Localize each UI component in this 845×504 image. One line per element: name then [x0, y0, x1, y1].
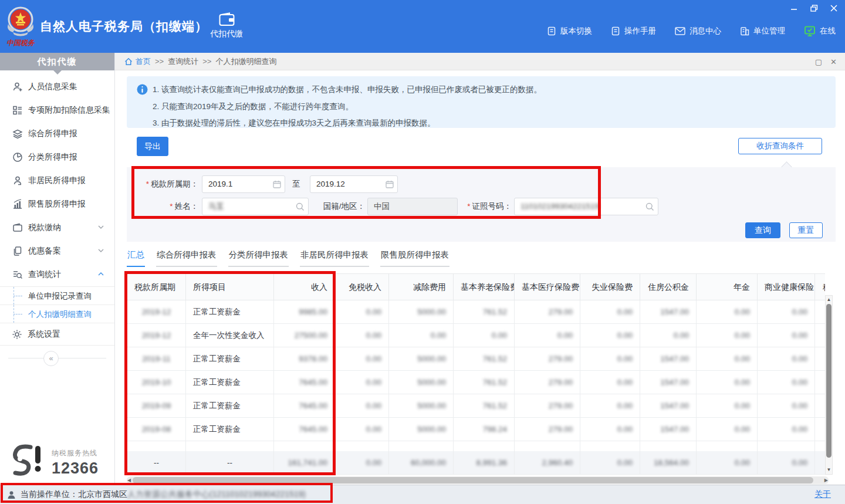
calendar-icon[interactable]	[386, 180, 394, 188]
period-label: *税款所属期：	[134, 179, 198, 190]
scroll-left-arrow[interactable]: ◀	[127, 476, 131, 484]
id-number-label: *证照号码：	[459, 201, 512, 212]
breadcrumb-separator: >>	[155, 57, 164, 66]
table-row[interactable]: 2019-09正常工资薪金7645.000.005000.00761.52279…	[127, 394, 825, 418]
horizontal-scrollbar[interactable]: ◀ ▶	[127, 476, 829, 484]
table-cell: 2019-12	[127, 324, 186, 347]
sidebar-item-system-settings[interactable]: 系统设置	[0, 323, 114, 346]
sidebar-item-comprehensive-income[interactable]: 综合所得申报	[0, 122, 114, 146]
sidebar-item-special-deduction[interactable]: 专项附加扣除信息采集	[0, 99, 114, 122]
table-cell: 279.00	[515, 300, 580, 324]
table-row[interactable]: 2019-11正常工资薪金9378.000.005000.00761.52279…	[127, 347, 825, 371]
table-cell	[454, 441, 515, 451]
table-cell: 2,960.40	[515, 451, 580, 475]
table-cell: 1547.00	[640, 394, 697, 418]
table-cell: 761.52	[454, 347, 515, 371]
vertical-scrollbar-thumb[interactable]	[826, 304, 832, 458]
period-from-input[interactable]: 2019.1	[202, 175, 285, 193]
online-monitor-icon	[804, 26, 816, 36]
table-header-cell: 住房公积金	[640, 274, 697, 300]
scroll-down-arrow[interactable]: ▼	[826, 467, 832, 473]
scroll-up-arrow[interactable]: ▲	[826, 297, 832, 303]
table-cell: ..	[186, 441, 274, 451]
calendar-icon[interactable]	[273, 180, 281, 188]
table-cell: 18,564.00	[640, 451, 697, 475]
breadcrumb-item[interactable]: 查询统计	[168, 56, 198, 67]
panel-close-icon[interactable]: ✕	[830, 57, 837, 66]
sidebar-item-label: 综合所得申报	[28, 128, 77, 139]
tab-nonresident-income[interactable]: 非居民所得申报表	[300, 249, 369, 267]
table-cell: 0.00	[697, 371, 758, 394]
sidebar-item-tax-payment[interactable]: 税款缴纳	[0, 216, 114, 239]
breadcrumb-home[interactable]: 首页	[136, 56, 151, 67]
menu-label: 在线	[820, 26, 836, 36]
notice-box: 1. 该查询统计表仅能查询已申报成功的数据，不包含未申报、申报失败，已申报但已作…	[127, 76, 836, 128]
sidebar-item-label: 优惠备案	[28, 246, 61, 256]
query-button[interactable]: 查询	[745, 222, 780, 238]
close-button[interactable]	[829, 4, 839, 13]
name-input[interactable]: 马某	[202, 198, 309, 215]
menu-label: 消息中心	[689, 26, 721, 36]
person-add-icon	[12, 82, 23, 93]
table-cell: 0.00	[580, 324, 640, 347]
sidebar-collapse-button[interactable]: «	[43, 351, 59, 366]
reset-button[interactable]: 重置	[789, 222, 823, 238]
table-cell: 9378.00	[274, 347, 335, 371]
search-icon[interactable]	[296, 202, 305, 211]
sidebar: 代扣代缴 人员信息采集 专项附加扣除信息采集 综合所得申报 分类所得申报 非居民…	[0, 53, 115, 485]
sidebar-item-nonresident-income[interactable]: 非居民所得申报	[0, 169, 114, 192]
table-row[interactable]: 2019-10正常工资薪金7645.000.005000.00761.52279…	[127, 371, 825, 394]
sidebar-subitem-personal-withholding-query[interactable]: 个人扣缴明细查询	[0, 305, 114, 323]
period-to-input[interactable]: 2019.12	[310, 175, 398, 193]
menu-message-center[interactable]: 消息中心	[675, 26, 721, 36]
sidebar-item-label: 税款缴纳	[28, 222, 61, 233]
pie-chart-icon	[12, 152, 23, 163]
about-link[interactable]: 关于	[814, 489, 831, 500]
panel-maximize-icon[interactable]: ▢	[815, 57, 822, 66]
table-row[interactable]: 2019-08正常工资薪金7645.000.005000.00798.24279…	[127, 418, 825, 441]
table-cell: 正常工资薪金	[186, 300, 274, 324]
table-cell: 正常工资薪金	[186, 418, 274, 441]
sidebar-item-label: 查询统计	[28, 269, 61, 280]
menu-online-status[interactable]: 在线	[804, 26, 836, 36]
table-cell: 0.00	[697, 394, 758, 418]
export-button[interactable]: 导出	[137, 137, 168, 156]
menu-manual[interactable]: 操作手册	[611, 26, 656, 36]
minimize-button[interactable]	[789, 4, 799, 13]
fold-query-conditions-button[interactable]: 收折查询条件	[738, 138, 822, 154]
table-cell: 2019-11	[127, 347, 186, 371]
table-row[interactable]: 2019-12全年一次性奖金收入27500.000.000.000.000.00…	[127, 324, 825, 347]
table-cell: 0.00	[515, 324, 580, 347]
tab-classified-income[interactable]: 分类所得申报表	[228, 249, 289, 267]
tab-comprehensive-income[interactable]: 综合所得申报表	[156, 249, 217, 267]
table-cell: 0.00	[697, 451, 758, 475]
sidebar-item-classified-income[interactable]: 分类所得申报	[0, 146, 114, 169]
tab-summary[interactable]: 汇总	[127, 249, 145, 267]
sidebar-subitem-unit-declaration-query[interactable]: 单位申报记录查询	[0, 287, 114, 305]
nav-tab-withholding[interactable]: 代扣代缴	[202, 12, 251, 39]
home-icon	[124, 57, 133, 66]
table-header-row: 税款所属期所得项目收入免税收入减除费用基本养老保险费基本医疗保险费失业保险费住房…	[127, 274, 825, 300]
sidebar-item-query-statistics[interactable]: 查询统计	[0, 263, 114, 286]
table-cell: 0.00	[758, 300, 815, 324]
search-icon[interactable]	[645, 202, 654, 211]
sidebar-item-restricted-shares[interactable]: 限售股所得申报	[0, 192, 114, 216]
table-cell: 761.52	[454, 394, 515, 418]
sidebar-header: 代扣代缴	[0, 53, 114, 70]
hotline-block: 纳税服务热线 12366	[8, 444, 99, 478]
table-cell: 0.00	[389, 324, 454, 347]
sidebar-item-personnel-info[interactable]: 人员信息采集	[0, 75, 114, 99]
sidebar-item-preference-filing[interactable]: 优惠备案	[0, 239, 114, 263]
vertical-scrollbar[interactable]: ▲ ▼	[825, 295, 833, 475]
table-cell	[515, 441, 580, 451]
tab-restricted-shares[interactable]: 限售股所得申报表	[380, 249, 449, 267]
table-row[interactable]: 2019-12正常工资薪金9985.000.005000.00761.52279…	[127, 300, 825, 324]
id-number-input[interactable]: 110102199304221519	[514, 198, 658, 215]
document-icon	[611, 26, 620, 36]
menu-version-switch[interactable]: 版本切换	[547, 26, 592, 36]
scroll-right-arrow[interactable]: ▶	[824, 476, 828, 484]
horizontal-scrollbar-thumb[interactable]	[133, 477, 813, 483]
table-cell	[389, 441, 454, 451]
restore-button[interactable]	[809, 4, 819, 13]
menu-unit-management[interactable]: 单位管理	[740, 26, 785, 36]
